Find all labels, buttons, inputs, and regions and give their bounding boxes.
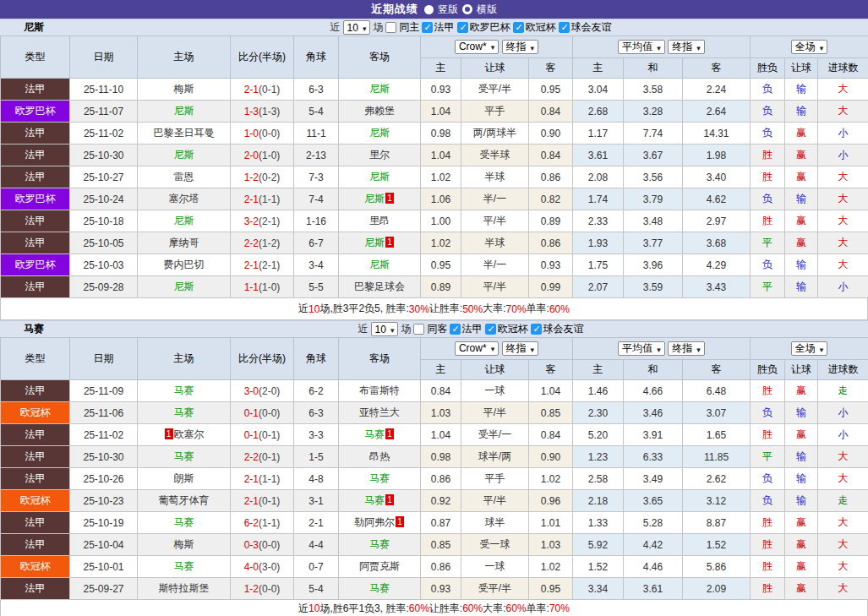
summary-text: 场,胜6平1负3, 胜率:: [319, 602, 408, 616]
match-date: 25-10-27: [70, 166, 138, 188]
avg-time-select[interactable]: 终指: [668, 40, 705, 54]
league-filter-label: 法甲: [461, 322, 482, 336]
league-badge: 法甲: [1, 210, 70, 232]
score-cell: 2-2(0-1): [231, 446, 294, 468]
half-time-score: (0-1): [259, 495, 280, 507]
goals-result-cell: 大: [818, 254, 868, 276]
avg-source-select[interactable]: 平均值: [618, 341, 665, 356]
league-checkbox[interactable]: [450, 324, 461, 335]
score-cell: 1-0(0-0): [231, 123, 294, 144]
half-time-score: (0-0): [259, 539, 280, 551]
half-time-score: (2-0): [259, 385, 280, 397]
league-checkbox[interactable]: [531, 324, 542, 335]
col-header-result: 胜负: [751, 360, 785, 380]
layout-radio-group: 竖版 横版: [424, 3, 497, 17]
corner-count: 11-1: [294, 123, 339, 144]
match-date: 25-10-30: [70, 446, 138, 468]
odds-source-select[interactable]: Crow*: [455, 40, 499, 54]
league-checkbox[interactable]: [559, 22, 570, 33]
match-row: 法甲25-10-19马赛6-2(1-1)2-1勒阿弗尔10.87球半1.011.…: [1, 512, 868, 534]
match-date: 25-11-10: [70, 79, 138, 101]
full-time-score: 2-2: [244, 451, 259, 463]
odds-away: 0.99: [529, 276, 573, 298]
match-row: 欧冠杯25-10-01马赛4-0(3-0)0-7阿贾克斯0.86一球1.021.…: [1, 556, 868, 578]
average-group-header: 平均值 终指: [573, 338, 751, 360]
scope-select[interactable]: 全场: [791, 40, 828, 54]
result-cell: 胜: [751, 144, 785, 166]
handicap-line: 受平/半: [461, 578, 529, 600]
match-count-select[interactable]: 10: [371, 322, 399, 336]
odds-time-select[interactable]: 终指: [502, 341, 539, 356]
half-time-score: (2-1): [259, 259, 280, 271]
odds-away: 0.90: [529, 123, 573, 144]
avg-home: 5.92: [573, 534, 624, 556]
result-cell: 平: [751, 446, 785, 468]
handicap-line: 平手: [461, 101, 529, 123]
handicap-result-cell: 输: [785, 79, 818, 101]
away-team: 弗赖堡: [339, 101, 421, 123]
avg-time-select[interactable]: 终指: [668, 341, 705, 356]
half-time-score: (1-1): [259, 517, 280, 529]
sections-container: 尼斯 近 10 场 同主 法甲欧罗巴杯欧冠杯球会友谊 类型: [0, 19, 868, 616]
col-header-avg-draw: 和: [624, 58, 683, 79]
col-header-type: 类型: [1, 36, 70, 79]
handicap-line: 半/一: [461, 254, 529, 276]
score-cell: 0-3(0-0): [231, 534, 294, 556]
match-count-value: 10: [347, 22, 358, 34]
away-team: 尼斯1: [339, 188, 421, 210]
summary-row: 近10场,胜3平2负5, 胜率:30% 让胜率:50% 大率:70% 单率:60…: [0, 298, 868, 320]
corner-count: 1-16: [294, 210, 339, 232]
avg-home: 1.93: [573, 232, 624, 254]
match-date: 25-11-09: [70, 380, 138, 402]
avg-away: 2.62: [683, 468, 751, 490]
rank-badge: 1: [385, 428, 394, 439]
odds-source-select[interactable]: Crow*: [455, 341, 499, 356]
league-badge: 法甲: [1, 512, 70, 534]
away-team: 马赛: [339, 578, 421, 600]
goals-result-cell: 大: [818, 101, 868, 123]
avg-away: 1.65: [683, 424, 751, 446]
avg-draw: 3.96: [624, 254, 683, 276]
score-cell: 2-1(2-1): [231, 254, 294, 276]
league-checkbox[interactable]: [457, 22, 468, 33]
odds-time-select[interactable]: 终指: [502, 40, 539, 54]
matches-table: 类型 日期 主场 比分(半场) 角球 客场 Crow* 终指 平均值 终指: [0, 337, 868, 600]
avg-home: 1.75: [573, 254, 624, 276]
goals-result-cell: 大: [818, 446, 868, 468]
match-date: 25-09-27: [70, 578, 138, 600]
vertical-layout-radio[interactable]: [424, 5, 434, 14]
avg-source-select[interactable]: 平均值: [618, 40, 665, 54]
half-time-score: (0-1): [259, 451, 280, 463]
match-row: 法甲25-11-021欧塞尔0-1(0-1)3-3马赛11.04受半/一0.84…: [1, 424, 868, 446]
col-header-score: 比分(半场): [231, 36, 294, 79]
league-badge: 法甲: [1, 144, 70, 166]
avg-away: 3.43: [683, 276, 751, 298]
league-checkbox[interactable]: [513, 22, 524, 33]
odds-away: 0.90: [529, 446, 573, 468]
home-team-name: 费内巴切: [164, 259, 205, 270]
odds-away: 0.82: [529, 188, 573, 210]
handicap-result-cell: 赢: [785, 123, 818, 144]
half-time-score: (1-0): [259, 150, 280, 161]
league-checkbox[interactable]: [422, 22, 433, 33]
result-cell: 平: [751, 232, 785, 254]
away-team: 尼斯: [339, 254, 421, 276]
home-team-name: 塞尔塔: [169, 193, 199, 204]
corner-count: 4-4: [294, 534, 339, 556]
full-time-score: 0-1: [244, 407, 259, 419]
match-row: 法甲25-10-04梅斯0-3(0-0)4-4马赛0.85受一球1.035.92…: [1, 534, 868, 556]
match-date: 25-10-18: [70, 210, 138, 232]
match-count-select[interactable]: 10: [343, 20, 371, 35]
avg-home: 1.23: [573, 446, 624, 468]
goals-result-cell: 大: [818, 79, 868, 101]
score-cell: 2-2(1-2): [231, 232, 294, 254]
away-team-name: 尼斯: [364, 237, 385, 248]
same-venue-checkbox[interactable]: [413, 324, 424, 335]
same-venue-checkbox[interactable]: [385, 22, 396, 33]
league-checkbox[interactable]: [485, 324, 496, 335]
horizontal-layout-radio[interactable]: [462, 4, 472, 14]
scope-select[interactable]: 全场: [791, 341, 828, 356]
avg-away: 11.85: [683, 446, 751, 468]
odds-home: 0.93: [421, 578, 461, 600]
handicap-result-cell: 赢: [785, 578, 818, 600]
